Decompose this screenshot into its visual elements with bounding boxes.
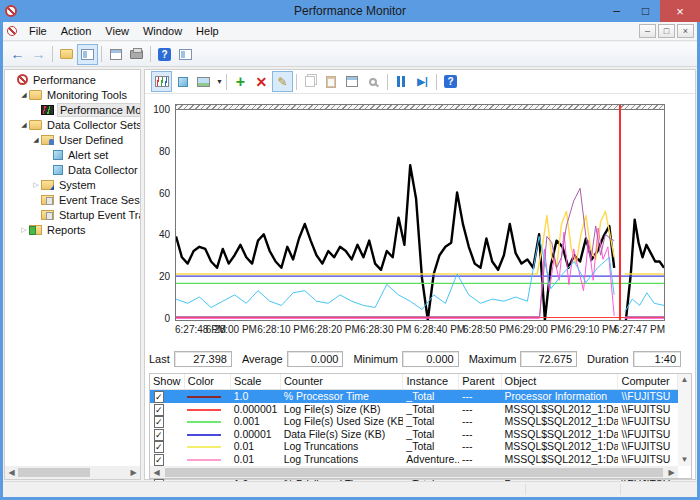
show-checkbox[interactable]: ✓ — [154, 454, 164, 466]
highlight-button[interactable]: ✎ — [272, 71, 293, 92]
maximize-button[interactable]: □ — [631, 0, 660, 22]
column-header-instance[interactable]: Instance — [403, 374, 459, 389]
show-checkbox[interactable]: ✓ — [154, 429, 164, 441]
update-data-button[interactable]: ▶| — [412, 71, 433, 92]
menu-action[interactable]: Action — [54, 23, 99, 39]
scroll-left-icon[interactable]: ◀ — [5, 468, 18, 477]
sidebar-item-system[interactable]: ▷System — [5, 177, 140, 192]
cell-scale: 0.00001 — [231, 428, 281, 440]
help-button[interactable]: ? — [154, 44, 175, 65]
table-row[interactable]: ✓0.001Log File(s) Used Size (KB)_Total--… — [150, 415, 678, 428]
sidebar-item-reports[interactable]: ▷Reports — [5, 222, 140, 237]
show-checkbox[interactable]: ✓ — [154, 391, 164, 403]
column-header-show[interactable]: Show — [150, 374, 185, 389]
scroll-down-icon[interactable]: ▼ — [681, 454, 689, 466]
scroll-right-icon[interactable]: ▶ — [665, 468, 678, 477]
freeze-display-button[interactable] — [391, 71, 412, 92]
expand-icon[interactable]: ▷ — [19, 226, 29, 234]
view-current-activity-button[interactable] — [151, 71, 172, 92]
titlebar: Performance Monitor – □ × — [0, 0, 700, 22]
sidebar-item-label: Performance Monitor — [57, 103, 141, 117]
sidebar-item-performance[interactable]: Performance — [5, 72, 140, 87]
mdi-close-button[interactable]: × — [677, 24, 694, 38]
column-header-parent[interactable]: Parent — [459, 374, 501, 389]
highlight-icon: ✎ — [277, 75, 287, 89]
sidebar-item-alert-set[interactable]: Alert set — [5, 147, 140, 162]
up-one-level-button[interactable] — [56, 44, 77, 65]
sidebar-item-performance-monitor[interactable]: Performance Monitor — [5, 102, 140, 117]
scrollbar-thumb[interactable] — [18, 468, 90, 477]
forward-button[interactable]: → — [28, 44, 49, 65]
stat-label-maximum: Maximum — [469, 353, 517, 365]
expand-icon[interactable]: ▷ — [31, 181, 41, 189]
paste-counter-list-button[interactable] — [321, 71, 342, 92]
cell-object: MSSQL$SQL2012_1:Datab... — [501, 403, 618, 415]
console-tree-pane: Performance◢Monitoring ToolsPerformance … — [4, 69, 141, 480]
sidebar-item-data-collector-sets[interactable]: ◢Data Collector Sets — [5, 117, 140, 132]
help-button[interactable]: ? — [440, 71, 461, 92]
change-graph-type-button[interactable] — [193, 71, 214, 92]
scroll-left-icon[interactable]: ◀ — [150, 468, 163, 477]
cube-icon — [53, 165, 63, 175]
menu-file[interactable]: File — [22, 23, 54, 39]
sidebar-item-monitoring-tools[interactable]: ◢Monitoring Tools — [5, 87, 140, 102]
menu-app-icon — [7, 26, 17, 36]
collapse-icon[interactable]: ◢ — [31, 136, 41, 144]
sidebar-item-startup-event-trace-ses[interactable]: Startup Event Trace Ses — [5, 207, 140, 222]
column-header-object[interactable]: Object — [502, 374, 619, 389]
table-row[interactable]: ✓0.01Log Truncations_Total---MSSQL$SQL20… — [150, 440, 678, 453]
chart-plot[interactable] — [175, 104, 665, 321]
table-row[interactable]: ✓0.00001Data File(s) Size (KB)_Total---M… — [150, 428, 678, 441]
zoom-button[interactable] — [363, 71, 384, 92]
mdi-restore-button[interactable]: □ — [658, 24, 675, 38]
print-button[interactable] — [126, 44, 147, 65]
copy-properties-button[interactable] — [300, 71, 321, 92]
menu-window[interactable]: Window — [136, 23, 189, 39]
show-checkbox[interactable]: ✓ — [154, 404, 164, 416]
dropdown-caret-icon[interactable]: ▼ — [216, 78, 223, 85]
show-checkbox[interactable]: ✓ — [154, 441, 164, 453]
sidebar-item-event-trace-sessions[interactable]: Event Trace Sessions — [5, 192, 140, 207]
counter-color-swatch — [187, 421, 221, 423]
table-row[interactable]: ✓1.0% Processor Time_Total---Processor I… — [150, 390, 678, 403]
cell-scale: 0.01 — [231, 453, 281, 465]
export-list-button[interactable] — [105, 44, 126, 65]
new-window-button[interactable] — [175, 44, 196, 65]
sidebar-item-label: Data Collector Set P — [66, 164, 141, 176]
delete-counter-button[interactable]: ✕ — [251, 71, 272, 92]
column-header-color[interactable]: Color — [185, 374, 231, 389]
menu-help[interactable]: Help — [189, 23, 226, 39]
cell-instance: _Total — [403, 428, 459, 440]
column-header-computer[interactable]: Computer — [618, 374, 678, 389]
menu-view[interactable]: View — [98, 23, 136, 39]
table-row[interactable]: ✓0.01Log TruncationsAdventure...---MSSQL… — [150, 453, 678, 466]
help-icon: ? — [444, 75, 457, 88]
back-button[interactable]: ← — [7, 44, 28, 65]
scroll-right-icon[interactable]: ▶ — [127, 468, 140, 477]
column-header-scale[interactable]: Scale — [231, 374, 281, 389]
scrollbar-thumb[interactable] — [165, 468, 663, 477]
table-vertical-scrollbar[interactable]: ▲ ▼ — [678, 374, 691, 466]
close-button[interactable]: × — [660, 0, 700, 22]
collapse-icon[interactable]: ◢ — [19, 121, 29, 129]
y-axis-tick-label: 60 — [159, 188, 170, 199]
show-hide-console-tree-button[interactable] — [77, 44, 98, 65]
cell-parent: --- — [459, 415, 501, 427]
cell-object: MSSQL$SQL2012_1:Datab... — [501, 428, 618, 440]
add-counter-button[interactable]: + — [230, 71, 251, 92]
sidebar-horizontal-scrollbar[interactable]: ◀ ▶ — [5, 466, 140, 479]
sidebar-item-user-defined[interactable]: ◢User Defined — [5, 132, 140, 147]
sidebar-item-data-collector-set-p[interactable]: Data Collector Set P — [5, 162, 140, 177]
column-header-counter[interactable]: Counter — [281, 374, 404, 389]
up-one-level-icon — [60, 49, 73, 59]
properties-button[interactable] — [342, 71, 363, 92]
view-log-data-button[interactable] — [172, 71, 193, 92]
cell-computer: \\FUJITSU — [618, 440, 678, 452]
table-horizontal-scrollbar[interactable]: ◀ ▶ — [150, 466, 678, 478]
show-checkbox[interactable]: ✓ — [154, 416, 164, 428]
collapse-icon[interactable]: ◢ — [19, 91, 29, 99]
table-row[interactable]: ✓0.000001Log File(s) Size (KB)_Total---M… — [150, 403, 678, 416]
scroll-up-icon[interactable]: ▲ — [681, 374, 689, 386]
minimize-button[interactable]: – — [602, 0, 631, 22]
mdi-minimize-button[interactable]: – — [639, 24, 656, 38]
